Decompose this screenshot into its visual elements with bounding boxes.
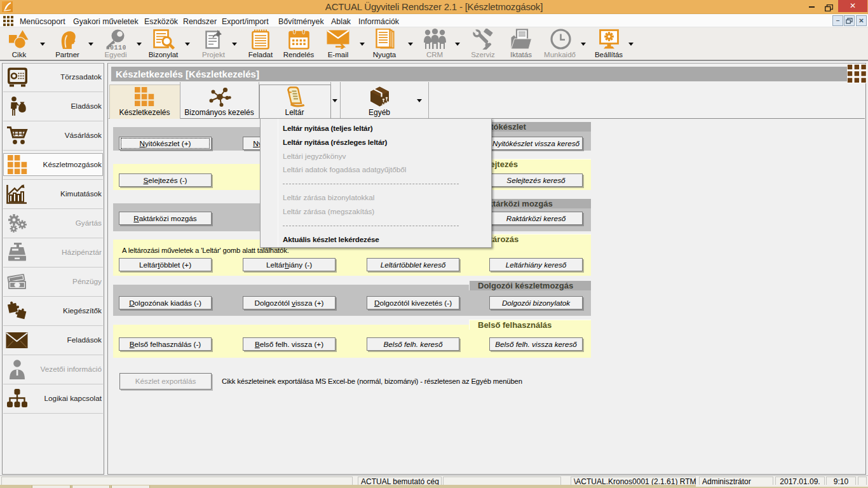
svg-text:0110: 0110 [110,44,126,50]
